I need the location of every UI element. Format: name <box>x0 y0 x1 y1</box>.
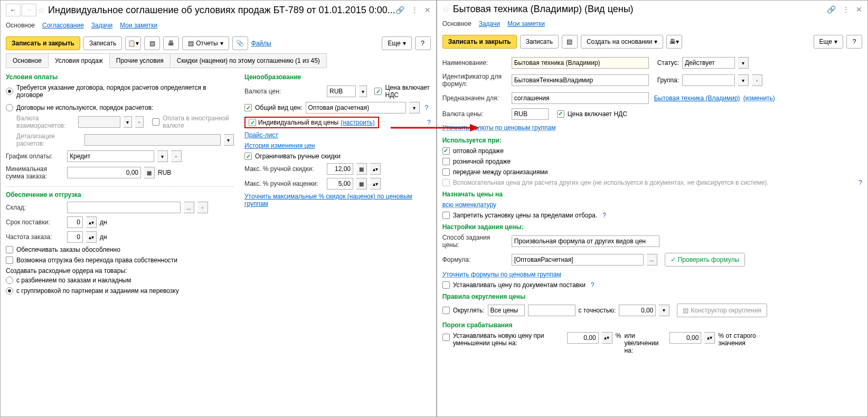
round-target[interactable] <box>488 305 525 316</box>
save-button[interactable]: Записать <box>83 36 122 50</box>
pricing-title: Ценообразование <box>244 73 431 81</box>
subnav-tasks[interactable]: Задачи <box>91 22 112 29</box>
attach-button[interactable]: 📎 <box>232 36 248 50</box>
reports-button[interactable]: ▤ Отчеты ▾ <box>182 36 229 50</box>
tab-other[interactable]: Прочие условия <box>109 53 171 68</box>
price-list-link[interactable]: Прайс-лист <box>244 131 278 139</box>
price-vat-check[interactable] <box>374 88 382 95</box>
orders-by-invoice-radio[interactable] <box>6 277 13 284</box>
radio-contract-required[interactable] <box>6 88 13 95</box>
star-icon[interactable]: ☆ <box>37 5 45 15</box>
subnav-approval[interactable]: Согласование <box>42 22 84 29</box>
threshold-check[interactable] <box>442 334 450 341</box>
common-price-check[interactable] <box>244 104 252 111</box>
round-check[interactable] <box>442 307 450 314</box>
method-input[interactable] <box>512 235 659 247</box>
used-title: Используется при: <box>442 137 862 144</box>
individual-price-check[interactable] <box>249 119 256 126</box>
common-price-value[interactable] <box>306 102 406 113</box>
all-nomenclature-link[interactable]: всю номенклатуру <box>442 201 496 209</box>
orders-by-partner-radio[interactable] <box>6 287 13 295</box>
payment-schedule[interactable] <box>67 150 154 162</box>
subnav-notes-r[interactable]: Мои заметки <box>507 20 545 27</box>
price-currency[interactable] <box>327 86 356 97</box>
subnav-main-r[interactable]: Основное <box>442 20 471 27</box>
price-vat-check-r[interactable] <box>557 110 564 118</box>
link-icon[interactable]: 🔗 <box>395 6 404 14</box>
link-icon-r[interactable]: 🔗 <box>827 5 836 14</box>
help-button[interactable]: ? <box>415 36 431 50</box>
wholesale-check[interactable] <box>442 147 450 155</box>
for-link[interactable]: Бытовая техника (Владимир) <box>654 94 740 102</box>
provide-separately-check[interactable] <box>6 246 13 253</box>
min-order-sum[interactable] <box>67 167 141 178</box>
individual-price-help[interactable]: ? <box>427 119 431 126</box>
formula-id-input[interactable] <box>512 74 649 86</box>
help-button-r[interactable]: ? <box>846 35 862 49</box>
tab-discounts[interactable]: Скидки (наценки) по этому соглашению (1 … <box>170 53 327 68</box>
close-icon-r[interactable]: ✕ <box>856 5 862 14</box>
formula-input[interactable] <box>512 254 644 266</box>
rounding-title: Правила округления цены <box>442 293 862 300</box>
rounding-designer-button: ▤ Конструктор округления <box>677 304 767 317</box>
warehouse-input[interactable] <box>67 202 181 213</box>
max-discount[interactable] <box>327 163 353 175</box>
transfer-check[interactable] <box>442 168 450 176</box>
price-history-link[interactable]: История изменения цен <box>244 142 315 149</box>
close-icon[interactable]: ✕ <box>424 6 431 14</box>
save-close-button[interactable]: Записать и закрыть <box>6 36 80 50</box>
nav-fwd[interactable]: → <box>22 4 36 16</box>
menu-icon-r[interactable]: ⋮ <box>842 5 850 14</box>
tab-main[interactable]: Основное <box>6 53 49 68</box>
max-markup[interactable] <box>327 178 353 189</box>
retail-check[interactable] <box>442 158 450 165</box>
structure-button-r[interactable]: ▤ <box>562 35 578 49</box>
change-link[interactable]: (изменить) <box>743 94 775 102</box>
common-price-help[interactable]: ? <box>425 104 429 111</box>
more-button-r[interactable]: Еще ▾ <box>814 35 843 49</box>
menu-icon[interactable]: ⋮ <box>411 6 418 14</box>
create-based-button[interactable]: Создать на основании ▾ <box>581 35 664 49</box>
round-extra[interactable] <box>528 305 575 316</box>
group-input[interactable] <box>682 74 735 86</box>
delivery-time[interactable] <box>67 216 83 228</box>
subnav-tasks-r[interactable]: Задачи <box>479 20 500 27</box>
check-formula-button[interactable]: ✓ Проверить формулы <box>665 253 745 267</box>
print-button[interactable]: 🖶 <box>163 36 179 50</box>
name-input[interactable] <box>512 57 649 69</box>
print-button-r[interactable]: 🖶▾ <box>666 35 682 49</box>
clarify-formula-link[interactable]: Уточнить формулы по ценовым группам <box>442 271 561 278</box>
for-input[interactable] <box>512 92 649 104</box>
files-link[interactable]: Файлы <box>251 40 271 47</box>
configure-link[interactable]: (настроить) <box>341 119 375 126</box>
clarify-discounts-link[interactable]: Уточнить максимальные % скидок (наценок)… <box>244 193 431 207</box>
structure-button[interactable]: ▤ <box>144 36 160 50</box>
limit-manual-check[interactable] <box>244 153 252 160</box>
set-by-docs-help[interactable]: ? <box>591 281 595 289</box>
price-currency-r[interactable] <box>512 108 549 120</box>
nav-back[interactable]: ← <box>6 4 21 16</box>
prohibit-check[interactable] <box>442 212 450 219</box>
radio-no-contract[interactable] <box>6 104 13 111</box>
save-close-button-r[interactable]: Записать и закрыть <box>442 35 517 49</box>
threshold-decrease[interactable] <box>567 332 599 344</box>
assign-title: Назначать цены на <box>442 191 862 198</box>
copy-button[interactable]: 📋▾ <box>125 36 141 50</box>
star-icon-r[interactable]: ☆ <box>442 4 450 14</box>
prohibit-help[interactable]: ? <box>602 212 606 219</box>
status-input[interactable] <box>682 57 735 69</box>
tab-sale-conditions[interactable]: Условия продаж <box>48 53 110 68</box>
window-title: Индивидуальное соглашение об условиях пр… <box>48 5 395 16</box>
save-button-r[interactable]: Записать <box>520 35 559 49</box>
ship-without-check[interactable] <box>6 257 13 264</box>
more-button[interactable]: Еще ▾ <box>382 36 411 50</box>
clarify-currencies-link[interactable]: Уточнить валюты по ценовым группам <box>442 124 556 131</box>
set-by-docs-check[interactable] <box>442 281 450 289</box>
aux-help[interactable]: ? <box>858 179 862 186</box>
order-frequency[interactable] <box>67 231 83 243</box>
precision-input[interactable] <box>619 305 656 316</box>
window-title-r: Бытовая техника (Владимир) (Вид цены) <box>453 4 827 15</box>
threshold-increase[interactable] <box>669 332 701 344</box>
subnav-notes[interactable]: Мои заметки <box>120 22 157 29</box>
subnav-main[interactable]: Основное <box>6 22 35 29</box>
